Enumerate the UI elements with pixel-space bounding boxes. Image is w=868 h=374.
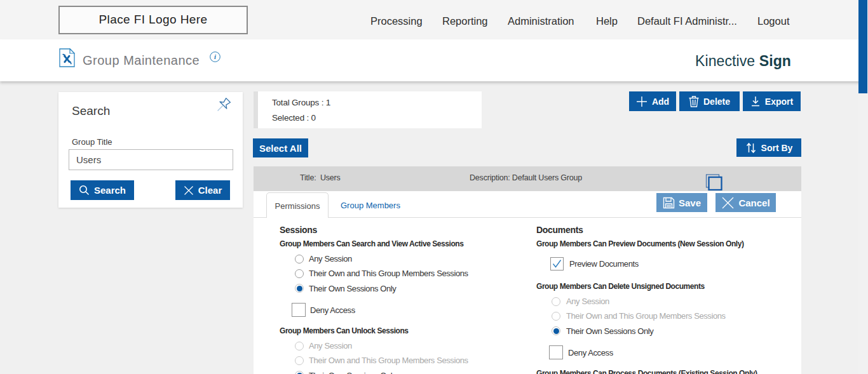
svg-text:i: i [214, 53, 217, 60]
